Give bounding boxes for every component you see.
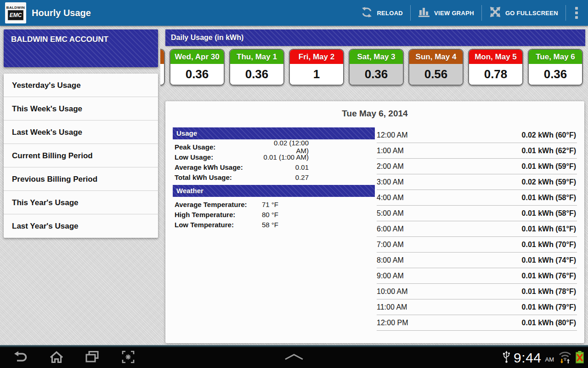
sidebar-item[interactable]: Last Week's Usage bbox=[4, 121, 158, 144]
account-header: BALDWIN EMC ACCOUNT bbox=[4, 29, 158, 67]
overflow-menu-icon[interactable] bbox=[566, 0, 588, 26]
day-card-partial[interactable] bbox=[160, 49, 165, 86]
sidebar-item[interactable]: This Week's Usage bbox=[4, 97, 158, 121]
page-title: Hourly Usage bbox=[32, 8, 91, 18]
day-detail-panel: Tue May 6, 2014 Usage Peak Usage: 0.02 (… bbox=[165, 101, 584, 343]
day-card-kwh: 0.36 bbox=[529, 64, 582, 85]
day-card[interactable]: Sun, May 4 0.56 bbox=[408, 49, 464, 86]
day-card[interactable]: Thu, May 1 0.36 bbox=[229, 49, 284, 86]
summary-value: 0.02 (12:00 AM) bbox=[262, 139, 309, 155]
hour-row: 3:00 AM 0.02 kWh (59°F) bbox=[377, 174, 577, 190]
detail-summary-column: Usage Peak Usage: 0.02 (12:00 AM) Low Us… bbox=[173, 127, 375, 232]
back-icon bbox=[13, 351, 28, 365]
summary-value: 71 °F bbox=[262, 201, 278, 208]
detail-date-title: Tue May 6, 2014 bbox=[165, 109, 584, 119]
hour-kwh-temp: 0.01 kWh (62°F) bbox=[522, 147, 576, 155]
hour-time: 9:00 AM bbox=[377, 272, 404, 280]
hour-kwh-temp: 0.01 kWh (59°F) bbox=[522, 162, 576, 171]
hour-row: 2:00 AM 0.01 kWh (59°F) bbox=[377, 159, 577, 174]
hour-time: 4:00 AM bbox=[377, 194, 404, 202]
wifi-icon bbox=[558, 351, 572, 365]
day-card-date: Mon, May 5 bbox=[469, 50, 522, 64]
view-graph-button[interactable]: VIEW GRAPH bbox=[411, 0, 481, 26]
day-card-date: Sun, May 4 bbox=[409, 50, 463, 64]
hour-row: 12:00 AM 0.02 kWh (60°F) bbox=[377, 127, 577, 143]
clock-time: 9:44 bbox=[514, 350, 541, 366]
sidebar-item[interactable]: Current Billing Period bbox=[4, 144, 158, 167]
collapse-bar-button[interactable] bbox=[283, 347, 305, 368]
hour-time: 5:00 AM bbox=[377, 209, 404, 218]
day-card-date: Thu, May 1 bbox=[230, 50, 283, 64]
hour-row: 6:00 AM 0.01 kWh (61°F) bbox=[377, 221, 577, 237]
hour-kwh-temp: 0.01 kWh (70°F) bbox=[522, 241, 576, 249]
status-tray[interactable]: 9:44 AM bbox=[503, 347, 586, 368]
hour-kwh-temp: 0.01 kWh (58°F) bbox=[522, 209, 576, 218]
hourly-usage-list: 12:00 AM 0.02 kWh (60°F) 1:00 AM 0.01 kW… bbox=[377, 127, 577, 331]
usage-rows: Peak Usage: 0.02 (12:00 AM) Low Usage: 0… bbox=[173, 139, 375, 185]
screenshot-icon bbox=[121, 350, 135, 366]
sidebar-item[interactable]: Last Year's Usage bbox=[4, 214, 158, 238]
day-card[interactable]: Sat, May 3 0.36 bbox=[349, 49, 404, 86]
hour-row: 5:00 AM 0.01 kWh (58°F) bbox=[377, 206, 577, 221]
hour-time: 12:00 PM bbox=[377, 319, 408, 327]
hour-kwh-temp: 0.01 kWh (79°F) bbox=[522, 303, 576, 311]
go-fullscreen-button[interactable]: GO FULLSCREEN bbox=[482, 0, 565, 26]
weather-section-header: Weather bbox=[173, 185, 375, 197]
hour-time: 2:00 AM bbox=[377, 162, 404, 171]
hour-time: 3:00 AM bbox=[377, 178, 404, 186]
reload-label: RELOAD bbox=[377, 10, 403, 17]
sidebar-item[interactable]: This Year's Usage bbox=[4, 191, 158, 214]
summary-row: Total kWh Usage: 0.27 bbox=[175, 172, 375, 182]
home-icon bbox=[49, 351, 64, 365]
summary-value: 0.27 bbox=[262, 173, 309, 181]
android-nav-bar: 9:44 AM bbox=[0, 345, 588, 368]
day-card-kwh: 0.36 bbox=[350, 64, 403, 85]
hour-time: 12:00 AM bbox=[377, 131, 408, 139]
summary-row: Peak Usage: 0.02 (12:00 AM) bbox=[175, 142, 375, 152]
back-button[interactable] bbox=[13, 350, 28, 366]
summary-label: Peak Usage: bbox=[175, 143, 262, 151]
day-card-kwh: 0.78 bbox=[469, 64, 522, 85]
logo-text-baldwin: BALDWIN bbox=[6, 6, 25, 10]
hour-time: 6:00 AM bbox=[377, 225, 404, 233]
battery-icon bbox=[575, 350, 584, 366]
home-button[interactable] bbox=[49, 350, 64, 366]
summary-row: High Temperature: 80 °F bbox=[175, 209, 375, 219]
go-fullscreen-label: GO FULLSCREEN bbox=[505, 10, 558, 17]
usage-section-header: Usage bbox=[173, 127, 375, 139]
day-card[interactable]: Wed, Apr 30 0.36 bbox=[170, 49, 225, 86]
summary-label: Average Temperature: bbox=[175, 201, 262, 208]
hour-row: 4:00 AM 0.01 kWh (58°F) bbox=[377, 190, 577, 206]
summary-label: Average kWh Usage: bbox=[175, 163, 262, 171]
day-card[interactable]: Tue, May 6 0.36 bbox=[528, 49, 583, 86]
summary-value: 0.01 bbox=[262, 163, 309, 171]
hour-kwh-temp: 0.01 kWh (74°F) bbox=[522, 256, 576, 264]
hour-time: 8:00 AM bbox=[377, 256, 404, 264]
screenshot-button[interactable] bbox=[120, 350, 136, 366]
hour-kwh-temp: 0.01 kWh (80°F) bbox=[522, 319, 576, 327]
hour-row: 12:00 PM 0.01 kWh (80°F) bbox=[377, 315, 577, 331]
hour-row: 8:00 AM 0.01 kWh (74°F) bbox=[377, 253, 577, 268]
day-card-kwh: 1 bbox=[290, 64, 343, 85]
recent-apps-button[interactable] bbox=[85, 350, 100, 366]
day-card[interactable]: Mon, May 5 0.78 bbox=[468, 49, 523, 86]
hour-row: 7:00 AM 0.01 kWh (70°F) bbox=[377, 237, 577, 253]
day-card[interactable]: Fri, May 2 1 bbox=[289, 49, 344, 86]
recent-apps-icon bbox=[85, 351, 100, 365]
hour-row: 1:00 AM 0.01 kWh (62°F) bbox=[377, 143, 577, 159]
reload-button[interactable]: RELOAD bbox=[354, 0, 410, 26]
day-card-strip[interactable]: Wed, Apr 30 0.36 Thu, May 1 0.36 Fri, Ma… bbox=[160, 49, 585, 88]
day-card-date: Fri, May 2 bbox=[290, 50, 343, 64]
sidebar-item[interactable]: Previous Billing Period bbox=[4, 167, 158, 191]
summary-row: Average kWh Usage: 0.01 bbox=[175, 162, 375, 172]
hour-kwh-temp: 0.01 kWh (78°F) bbox=[522, 288, 576, 296]
summary-label: Low Temperature: bbox=[175, 221, 262, 229]
action-bar-buttons: RELOAD VIEW GRAPH bbox=[354, 0, 588, 26]
day-card-date: Sat, May 3 bbox=[350, 50, 403, 64]
daily-usage-header: Daily Usage (in kWh) bbox=[165, 29, 585, 46]
sidebar-item[interactable]: Yesterday's Usage bbox=[4, 74, 158, 97]
hour-kwh-temp: 0.02 kWh (60°F) bbox=[522, 131, 576, 139]
summary-value: 80 °F bbox=[262, 211, 278, 218]
hour-kwh-temp: 0.01 kWh (58°F) bbox=[522, 194, 576, 202]
day-card-kwh: 0.36 bbox=[230, 64, 283, 85]
